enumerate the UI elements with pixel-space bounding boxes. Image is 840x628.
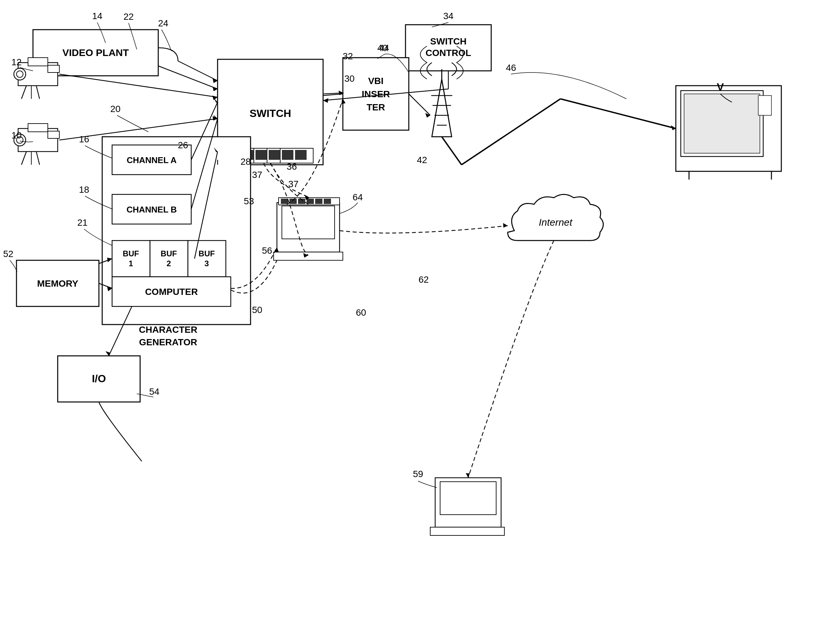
svg-text:CHARACTER: CHARACTER [139,324,197,335]
svg-text:59: 59 [413,469,423,479]
svg-text:20: 20 [110,104,120,114]
svg-rect-15 [256,150,267,160]
svg-text:16: 16 [79,134,89,144]
svg-text:34: 34 [443,11,453,21]
svg-rect-60 [758,96,771,115]
svg-rect-31 [150,241,188,277]
svg-text:36: 36 [286,161,297,172]
svg-text:24: 24 [158,18,168,28]
svg-text:37: 37 [252,170,262,180]
svg-text:32: 32 [343,51,353,61]
svg-rect-54 [324,199,331,204]
svg-text:INSER: INSER [362,89,390,99]
svg-rect-72 [28,58,48,66]
svg-text:SWITCH: SWITCH [249,107,291,119]
svg-rect-70 [430,527,504,535]
svg-rect-17 [282,150,294,160]
svg-text:37: 37 [288,179,298,189]
svg-rect-46 [282,206,335,239]
svg-text:21: 21 [77,217,87,228]
svg-text:42: 42 [417,155,427,165]
svg-text:53: 53 [244,196,254,206]
svg-text:Internet: Internet [539,217,573,228]
svg-text:CHANNEL B: CHANNEL B [126,205,177,214]
svg-text:VIDEO PLANT: VIDEO PLANT [62,47,129,58]
svg-rect-69 [440,482,496,515]
svg-text:TER: TER [366,102,385,112]
svg-text:30: 30 [344,74,354,84]
svg-rect-34 [188,241,226,277]
svg-text:28: 28 [240,156,251,167]
svg-text:12: 12 [11,57,21,67]
svg-text:MEMORY: MEMORY [37,279,79,289]
svg-text:60: 60 [356,307,366,318]
svg-rect-16 [269,150,280,160]
svg-rect-28 [112,241,150,277]
svg-text:10: 10 [11,130,21,140]
svg-rect-47 [274,252,343,260]
svg-rect-18 [295,150,306,160]
svg-text:2: 2 [166,259,171,268]
svg-rect-83 [48,131,59,139]
svg-text:18: 18 [79,184,89,195]
svg-rect-49 [281,199,288,204]
diagram-container: VIDEO PLANT SWITCH CONTROL SWITCH VBI IN… [0,0,840,628]
svg-text:26: 26 [178,140,188,150]
svg-text:64: 64 [352,192,363,202]
svg-text:BUF: BUF [161,249,177,258]
svg-text:CHANNEL A: CHANNEL A [126,155,177,165]
svg-text:40: 40 [377,43,387,53]
svg-text:62: 62 [418,274,429,285]
svg-point-74 [16,71,23,77]
svg-text:46: 46 [506,63,516,73]
svg-text:BUF: BUF [123,249,139,258]
svg-text:BUF: BUF [199,249,215,258]
svg-text:22: 22 [123,11,134,22]
diagram-svg: VIDEO PLANT SWITCH CONTROL SWITCH VBI IN… [0,0,840,628]
svg-text:GENERATOR: GENERATOR [139,337,197,347]
svg-rect-52 [306,199,314,204]
svg-text:I/O: I/O [92,373,106,384]
svg-rect-80 [28,124,48,132]
svg-text:56: 56 [262,246,272,256]
svg-text:52: 52 [3,249,13,259]
svg-text:VBI: VBI [368,76,384,86]
svg-text:3: 3 [204,259,209,268]
svg-rect-50 [289,199,297,204]
svg-rect-75 [48,65,59,72]
svg-text:14: 14 [92,11,102,21]
svg-text:CONTROL: CONTROL [426,48,471,58]
svg-text:1: 1 [129,259,133,268]
svg-text:V: V [717,81,724,93]
svg-text:54: 54 [149,387,159,397]
svg-rect-53 [315,199,322,204]
svg-text:50: 50 [252,305,262,315]
svg-text:SWITCH: SWITCH [430,36,466,46]
svg-rect-59 [684,94,760,153]
svg-text:COMPUTER: COMPUTER [145,286,198,297]
